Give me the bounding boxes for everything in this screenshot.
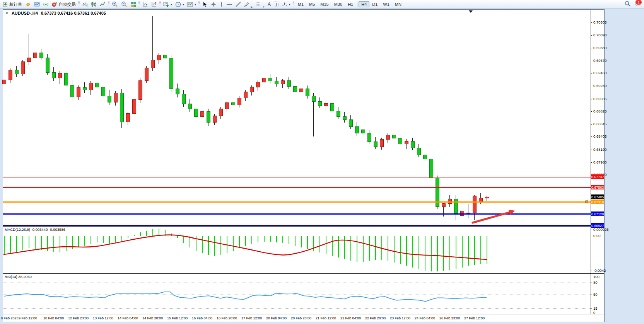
crosshair-button[interactable]	[209, 1, 218, 8]
bar-chart-icon	[82, 2, 88, 7]
chart-quote-line: ▼ AUDUSD-,H4 0.67373 0.67416 0.67361 0.6…	[5, 11, 106, 15]
dropdown-caret-icon: ▾	[171, 3, 172, 6]
toolbar-right-cluster: 1	[624, 0, 642, 9]
auto-trading-button[interactable]: 自动交易	[50, 1, 77, 8]
horizontal-line-icon	[226, 2, 232, 7]
auto-trading-icon	[52, 2, 58, 7]
clock-icon	[175, 2, 181, 7]
tab-timeframe-m5[interactable]: M5	[306, 1, 318, 7]
line-chart-icon	[100, 2, 106, 7]
toolbar-grip	[138, 1, 140, 7]
auto-scroll-icon	[142, 2, 148, 7]
tab-timeframe-m15[interactable]: M15	[318, 1, 331, 7]
macd-indicator-label: MACD(12,26,9) -0.003440 -0.003586	[5, 227, 65, 232]
chart-window	[3, 9, 605, 322]
tile-windows-button[interactable]	[129, 1, 138, 8]
auto-trading-label: 自动交易	[59, 2, 76, 7]
cursor-button[interactable]	[201, 1, 209, 8]
mt4-terminal: 新订单 自动交易	[0, 0, 644, 324]
chart-ohlc-values: 0.67373 0.67416 0.67361 0.67405	[41, 11, 106, 15]
tab-timeframe-mn[interactable]: MN	[392, 1, 404, 7]
channel-icon	[244, 2, 249, 7]
market-watch-button[interactable]	[32, 1, 41, 8]
fibonacci-icon	[256, 2, 262, 7]
signals-button[interactable]	[41, 1, 50, 8]
toolbar: 新订单 自动交易	[0, 0, 644, 9]
toolbar-grip	[78, 1, 80, 7]
auto-scroll-button[interactable]	[141, 1, 150, 8]
fibonacci-button[interactable]: F	[254, 1, 266, 8]
text-label-button[interactable]: T	[272, 1, 280, 8]
toolbar-separator	[357, 1, 357, 7]
tile-windows-icon	[130, 2, 136, 7]
toolbar-grip	[159, 1, 161, 7]
vertical-line-icon	[219, 2, 223, 7]
tab-timeframe-d1[interactable]: D1	[369, 1, 380, 7]
toolbar-grip	[108, 1, 109, 7]
search-icon	[624, 0, 631, 7]
dropdown-caret-icon: ▾	[195, 3, 196, 6]
notifications-button[interactable]: 1	[635, 1, 642, 9]
new-order-button[interactable]: 新订单	[1, 1, 24, 8]
periods-button[interactable]: ▾	[174, 1, 186, 8]
zoom-out-icon	[121, 1, 127, 7]
arrows-icon	[282, 2, 287, 7]
toolbar-grip	[293, 1, 294, 7]
indicators-button[interactable]: ▾	[162, 1, 174, 8]
chart-shift-button[interactable]	[150, 1, 159, 8]
tab-timeframe-h4[interactable]: H4	[359, 1, 369, 7]
fibonacci-letter: F	[263, 5, 265, 8]
candlestick-chart-button[interactable]	[89, 1, 98, 8]
profiles-button[interactable]	[24, 1, 32, 8]
candlestick-chart-icon	[91, 2, 97, 7]
cursor-icon	[202, 2, 208, 7]
crosshair-icon	[211, 2, 216, 7]
tab-timeframe-m1[interactable]: M1	[295, 1, 306, 7]
notification-count-badge: 1	[635, 0, 642, 5]
signals-icon	[43, 2, 49, 7]
new-order-icon	[3, 2, 8, 7]
search-button[interactable]	[624, 0, 631, 9]
vertical-line-button[interactable]	[218, 1, 225, 8]
templates-icon	[187, 2, 193, 7]
zoom-in-button[interactable]	[110, 1, 120, 8]
toolbar-grip	[198, 1, 200, 7]
chart-symbol-title: AUDUSD-,H4	[12, 11, 38, 15]
text-tool-icon: A	[268, 2, 271, 7]
templates-button[interactable]: ▾	[186, 1, 198, 8]
tab-timeframe-w1[interactable]: W1	[380, 1, 392, 7]
new-order-label: 新订单	[9, 2, 22, 7]
zoom-in-icon	[112, 1, 118, 7]
chart-dropdown-icon[interactable]: ▼	[5, 12, 9, 15]
tab-timeframe-h1[interactable]: H1	[345, 1, 356, 7]
label-tool-icon: T	[274, 2, 279, 7]
arrows-button[interactable]: ▾	[280, 1, 292, 8]
trendline-button[interactable]	[234, 1, 243, 8]
horizontal-line-button[interactable]	[225, 1, 234, 8]
equidistant-channel-button[interactable]: E	[243, 1, 254, 8]
text-button[interactable]: A	[266, 1, 272, 8]
tab-timeframe-m30[interactable]: M30	[331, 1, 345, 7]
chart-shift-icon	[151, 2, 157, 7]
trendline-icon	[236, 2, 241, 7]
dropdown-caret-icon: ▾	[289, 3, 290, 6]
profiles-icon	[25, 2, 31, 7]
bar-chart-button[interactable]	[80, 1, 89, 8]
market-watch-icon	[34, 2, 40, 7]
rsi-indicator-label: RSI(14) 36.2060	[5, 275, 32, 279]
indicators-icon	[163, 2, 169, 7]
dropdown-caret-icon: ▾	[183, 3, 184, 6]
line-chart-button[interactable]	[98, 1, 107, 8]
zoom-out-button[interactable]	[120, 1, 129, 8]
channel-letter: E	[251, 5, 253, 8]
